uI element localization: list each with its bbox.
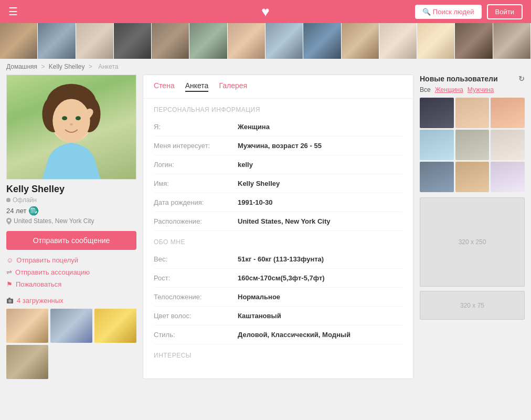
profile-age: 24 лет ♏ [6,206,136,216]
send-message-button[interactable]: Отправить сообщение [6,231,136,250]
new-user-9[interactable] [491,162,525,192]
strip-photo-12[interactable] [417,23,455,59]
header-actions: 🔍 Поиск людей Войти [415,4,523,19]
interest-label: Меня интересует: [154,142,238,150]
strip-photo-1[interactable] [0,23,38,59]
photo-thumb-1[interactable] [6,309,48,343]
new-user-6[interactable] [491,130,525,160]
style-row: Стиль: Деловой, Классический, Модный [154,326,402,344]
breadcrumb-home[interactable]: Домашняя [6,63,37,70]
profile-content: ПЕРСОНАЛЬНАЯ ИНФОРМАЦИЯ Я: Женщина Меня … [143,99,413,363]
ad1-size-label: 320 x 250 [459,238,486,246]
breadcrumb-current: Анкета [98,63,118,70]
filter-male[interactable]: Мужчина [468,86,494,93]
breadcrumb-sep2: > [89,63,92,70]
new-user-2[interactable] [455,98,490,128]
strip-photo-4[interactable] [114,23,152,59]
search-people-button[interactable]: 🔍 Поиск людей [415,5,481,19]
kiss-icon: ☺ [6,256,13,264]
filter-all[interactable]: Все [420,86,431,93]
location-icon [6,218,12,225]
photos-label: 4 загруженных [6,297,136,304]
action-links: ☺ Отправить поцелуй ⇌ Отправить ассоциац… [6,256,136,288]
strip-photo-9[interactable] [303,23,341,59]
ad-block-1: 320 x 250 [420,197,525,287]
new-user-4[interactable] [420,130,454,160]
build-label: Телосложение: [154,293,238,301]
gender-value: Женщина [238,123,270,131]
strip-photo-6[interactable] [189,23,227,59]
name-label: Имя: [154,180,238,187]
strip-photo-11[interactable] [379,23,417,59]
svg-point-7 [76,116,81,120]
report-link[interactable]: ⚑ Пожаловаться [6,280,136,288]
camera-icon [6,297,14,304]
breadcrumb-sep1: > [41,63,45,70]
new-users-grid [420,98,525,192]
filter-female[interactable]: Женщина [435,86,463,93]
status-text: Офлайн [13,196,37,204]
tab-wall[interactable]: Стена [154,81,175,92]
new-user-8[interactable] [455,162,490,192]
weight-value: 51кг - 60кг (113-133фунта) [238,255,324,263]
profile-location: United States, New York City [6,217,136,225]
kiss-label: Отправить поцелуй [16,256,78,264]
main-layout: Kelly Shelley Офлайн 24 лет ♏ United Sta… [0,75,531,385]
weight-label: Вес: [154,255,238,263]
gender-label: Я: [154,123,238,131]
tab-gallery[interactable]: Галерея [219,81,247,92]
strip-photo-14[interactable] [493,23,531,59]
refresh-icon[interactable]: ↻ [518,75,525,83]
photo-thumb-3[interactable] [94,309,136,343]
profile-photo[interactable] [6,75,136,180]
strip-photo-7[interactable] [228,23,266,59]
svg-point-8 [70,123,73,125]
svg-point-6 [62,116,67,120]
send-association-link[interactable]: ⇌ Отправить ассоциацию [6,268,136,276]
location-label: Расположение: [154,217,238,225]
login-row: Логин: kelly [154,155,402,174]
hair-value: Каштановый [238,312,281,320]
new-users-title: Новые пользователи [420,75,498,83]
new-user-7[interactable] [420,162,454,192]
strip-photo-10[interactable] [342,23,379,59]
new-users-filters: Все Женщина Мужчина [420,86,525,93]
strip-photo-8[interactable] [266,23,303,59]
breadcrumb: Домашняя > Kelly Shelley > Анкета [0,59,531,75]
new-user-3[interactable] [491,98,525,128]
photos-count: 4 загруженных [17,297,63,304]
interests-header: ИНТЕРЕСЫ [154,344,402,363]
dob-label: Дата рождения: [154,198,238,206]
hair-label: Цвет волос: [154,312,238,320]
tab-profile[interactable]: Анкета [185,81,209,92]
height-value: 160см-170см(5,3фт-5,7фт) [238,274,325,282]
flag-icon: ⚑ [6,280,13,288]
photo-thumb-2[interactable] [50,309,92,343]
strip-photo-3[interactable] [76,23,114,59]
style-label: Стиль: [154,331,238,339]
name-row: Имя: Kelly Shelley [154,174,402,193]
hair-row: Цвет волос: Каштановый [154,307,402,326]
build-row: Телосложение: Нормальное [154,288,402,307]
about-me-header: ОБО МНЕ [154,231,402,250]
report-label: Пожаловаться [16,280,61,288]
build-value: Нормальное [238,293,280,301]
strip-photo-5[interactable] [152,23,189,59]
status-dot [6,198,10,202]
menu-icon[interactable]: ☰ [8,5,18,18]
new-user-5[interactable] [455,130,490,160]
header: ☰ ♥ 🔍 Поиск людей Войти [0,0,531,23]
association-label: Отправить ассоциацию [15,268,90,276]
name-value: Kelly Shelley [238,180,280,187]
association-icon: ⇌ [6,268,12,276]
login-button[interactable]: Войти [487,4,523,19]
photo-strip [0,23,531,59]
breadcrumb-user[interactable]: Kelly Shelley [49,63,85,70]
strip-photo-13[interactable] [455,23,493,59]
gender-row: Я: Женщина [154,118,402,136]
ad-block-2: 320 x 75 [420,291,525,320]
photo-thumb-4[interactable] [6,345,48,379]
new-user-1[interactable] [420,98,454,128]
strip-photo-2[interactable] [38,23,76,59]
send-kiss-link[interactable]: ☺ Отправить поцелуй [6,256,136,264]
